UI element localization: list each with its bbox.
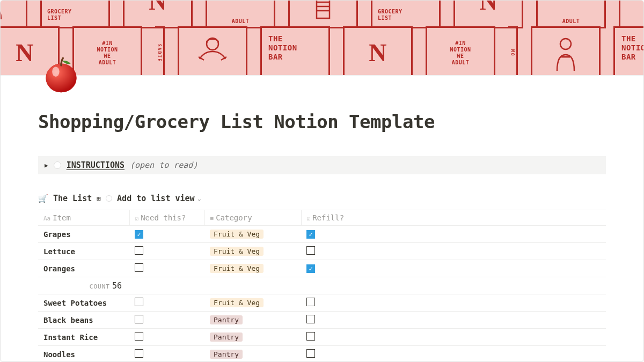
- cover-tile-adult: ADULT: [536, 1, 606, 28]
- checkbox[interactable]: [306, 315, 315, 323]
- database-title[interactable]: The List: [53, 194, 92, 203]
- cell-need[interactable]: [129, 294, 204, 312]
- cell-category[interactable]: Fruit & Veg: [204, 243, 301, 260]
- svg-rect-1: [317, 1, 330, 18]
- table-row[interactable]: Instant RicePantry: [38, 329, 606, 346]
- cell-category[interactable]: Pantry: [204, 346, 301, 363]
- col-refill[interactable]: ☑Refill?: [301, 210, 606, 226]
- table-row[interactable]: GrapesFruit & Veg: [38, 226, 606, 243]
- cover-tile-adult: ADULT: [206, 1, 275, 28]
- cell-need[interactable]: [129, 260, 204, 277]
- cart-icon: 🛒: [38, 194, 48, 203]
- checkbox[interactable]: [135, 298, 143, 306]
- svg-point-7: [46, 64, 76, 93]
- checkbox[interactable]: [135, 332, 143, 341]
- cell-category[interactable]: Fruit & Veg: [204, 294, 301, 312]
- category-tag[interactable]: Pantry: [210, 333, 243, 342]
- instructions-toggle[interactable]: ▶ INSTRUCTIONS (open to read): [38, 156, 606, 174]
- cell-item[interactable]: Sweet Potatoes: [38, 294, 129, 312]
- cell-need[interactable]: [129, 329, 204, 346]
- cover-tile-person: [288, 1, 358, 28]
- instructions-hint: (open to read): [130, 160, 197, 170]
- cell-item[interactable]: Black beans: [38, 312, 129, 329]
- checkbox-prop-icon: ☑: [135, 215, 139, 222]
- cell-need[interactable]: [129, 346, 204, 363]
- table-row[interactable]: Black beansPantry: [38, 312, 606, 329]
- category-tag[interactable]: Fruit & Veg: [210, 247, 264, 256]
- svg-point-5: [560, 39, 571, 49]
- table-header-row: AaItem ☑Need this? ≡Category ☑Refill?: [38, 210, 606, 226]
- cover-label-mo: MO: [508, 26, 518, 76]
- count-label: COUNT: [90, 283, 110, 290]
- cell-item[interactable]: Noodles: [38, 346, 129, 363]
- checkbox[interactable]: [135, 230, 143, 239]
- cell-category[interactable]: Fruit & Veg: [204, 226, 301, 243]
- checkbox[interactable]: [135, 349, 143, 358]
- table-row[interactable]: OrangesFruit & Veg: [38, 260, 606, 277]
- cell-category[interactable]: Pantry: [204, 329, 301, 346]
- category-tag[interactable]: Pantry: [210, 350, 243, 359]
- category-tag[interactable]: Pantry: [210, 315, 243, 324]
- view-bullet-icon: [106, 195, 112, 202]
- count-cell: COUNT56: [38, 277, 129, 294]
- page-content: Shopping/Grocery List Notion Template ▶ …: [1, 76, 643, 362]
- cover-tile-notionbar: THE NOTION BAR: [613, 26, 643, 76]
- cell-refill[interactable]: [301, 312, 606, 329]
- checkbox[interactable]: [135, 246, 143, 255]
- page-cover: GROCERY LIST N ADULT GROCERY LIST N ADUL…: [1, 1, 643, 76]
- apple-icon[interactable]: [39, 51, 84, 96]
- col-need[interactable]: ☑Need this?: [129, 210, 204, 226]
- category-tag[interactable]: Fruit & Veg: [210, 298, 264, 307]
- cover-tile-notionbar: THE NOTION BAR: [260, 26, 330, 76]
- cell-item[interactable]: Lettuce: [38, 243, 129, 260]
- checkbox[interactable]: [135, 315, 143, 323]
- cell-refill[interactable]: [301, 243, 606, 260]
- cell-need[interactable]: [129, 312, 204, 329]
- cover-row: GROCERY LIST N ADULT GROCERY LIST N ADUL…: [1, 1, 643, 28]
- cell-refill[interactable]: [301, 294, 606, 312]
- checkbox[interactable]: [306, 349, 315, 358]
- svg-point-8: [52, 67, 59, 76]
- database-header: 🛒 The List ⊞ Add to list view ⌄: [38, 194, 606, 203]
- cell-category[interactable]: Pantry: [204, 312, 301, 329]
- col-category[interactable]: ≡Category: [204, 210, 301, 226]
- chevron-down-icon[interactable]: ⌄: [198, 196, 201, 202]
- cell-item[interactable]: Oranges: [38, 260, 129, 277]
- cell-category[interactable]: Fruit & Veg: [204, 260, 301, 277]
- cover-tile-grocery: GROCERY LIST: [371, 1, 441, 28]
- page-title[interactable]: Shopping/Grocery List Notion Template: [38, 111, 606, 132]
- cell-refill[interactable]: [301, 329, 606, 346]
- cell-need[interactable]: [129, 226, 204, 243]
- cover-tile-trust: #IN NOTION WE ADULT: [426, 26, 495, 76]
- toggle-triangle-icon: ▶: [45, 162, 48, 169]
- col-item[interactable]: AaItem: [38, 210, 129, 226]
- toggle-bullet-icon: [54, 161, 61, 169]
- cell-item[interactable]: Instant Rice: [38, 329, 129, 346]
- checkbox[interactable]: [306, 264, 315, 273]
- col-refill-label: Refill?: [312, 213, 344, 222]
- cover-tile-person: [1, 1, 27, 28]
- checkbox[interactable]: [306, 230, 315, 239]
- checkbox[interactable]: [135, 263, 143, 272]
- cell-refill[interactable]: [301, 346, 606, 363]
- checkbox[interactable]: [306, 332, 315, 341]
- table-row[interactable]: NoodlesPantry: [38, 346, 606, 363]
- cell-refill[interactable]: [301, 226, 606, 243]
- checkbox[interactable]: [306, 246, 315, 255]
- table-row[interactable]: Sweet PotatoesFruit & Veg: [38, 294, 606, 312]
- checkbox-prop-icon: ☑: [307, 215, 311, 222]
- table-row[interactable]: LettuceFruit & Veg: [38, 243, 606, 260]
- category-tag[interactable]: Fruit & Veg: [210, 264, 264, 273]
- category-tag[interactable]: Fruit & Veg: [210, 230, 264, 239]
- checkbox[interactable]: [306, 298, 315, 306]
- select-prop-icon: ≡: [210, 215, 214, 222]
- table-view-icon: ⊞: [97, 195, 101, 203]
- view-switcher[interactable]: Add to list view: [117, 194, 195, 203]
- cell-item[interactable]: Grapes: [38, 226, 129, 243]
- col-category-label: Category: [216, 213, 252, 222]
- cell-need[interactable]: [129, 243, 204, 260]
- cover-tile-person: [619, 1, 643, 28]
- cell-refill[interactable]: [301, 260, 606, 277]
- cover-tile-n: N: [453, 1, 523, 28]
- instructions-label: INSTRUCTIONS: [67, 160, 125, 170]
